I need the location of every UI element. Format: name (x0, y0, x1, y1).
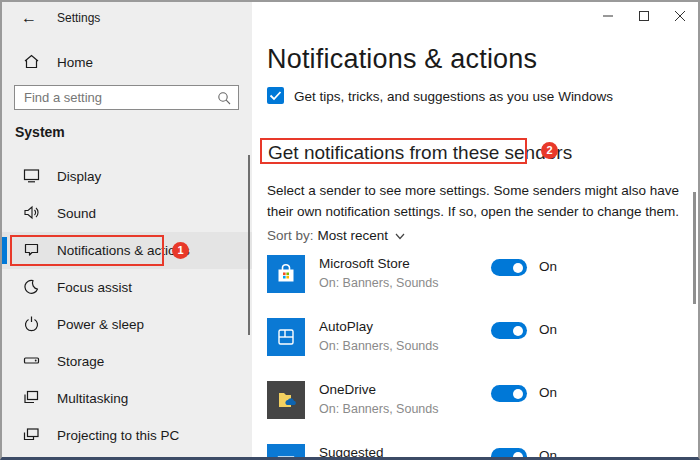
maximize-button[interactable] (626, 2, 662, 30)
senders-description-line2: their own notification settings. If so, … (267, 201, 679, 222)
titlebar: ← Settings (2, 2, 252, 34)
focus-assist-icon (23, 278, 40, 295)
main-scrollbar[interactable] (693, 192, 696, 304)
main-content: Notifications & actions Get tips, tricks… (252, 2, 698, 457)
search-icon[interactable] (217, 91, 231, 105)
sender-toggle[interactable] (491, 385, 527, 402)
onedrive-icon (267, 381, 305, 419)
sender-status: On: Banners, Sounds (319, 339, 439, 353)
toggle-knob (513, 389, 523, 399)
window-title: Settings (57, 11, 100, 25)
multitasking-icon (23, 389, 40, 406)
sender-row-autoplay[interactable]: AutoPlay On: Banners, Sounds On (267, 318, 687, 374)
power-icon (23, 315, 40, 332)
search-box (14, 85, 239, 110)
sender-status: On: Banners, Sounds (319, 402, 439, 416)
sender-toggle[interactable] (491, 259, 527, 276)
sidebar-item-label: Display (57, 169, 101, 184)
sender-name: OneDrive (319, 382, 376, 397)
display-icon (23, 167, 40, 184)
sidebar-scrollbar[interactable] (248, 155, 250, 335)
annotation-box-step2 (260, 138, 527, 164)
toggle-state-label: On (539, 259, 557, 274)
minimize-button[interactable] (590, 2, 626, 30)
annotation-badge-step1: 1 (172, 242, 189, 259)
search-input[interactable] (15, 86, 205, 109)
toggle-state-label: On (539, 322, 557, 337)
sender-status: On: Banners, Sounds (319, 276, 439, 290)
sidebar-item-sound[interactable]: Sound (2, 195, 252, 232)
autoplay-icon (267, 318, 305, 356)
annotation-badge-step2: 2 (541, 142, 558, 159)
sidebar-item-focus-assist[interactable]: Focus assist (2, 269, 252, 306)
sidebar-item-storage[interactable]: Storage (2, 343, 252, 380)
sidebar-section-system: System (15, 124, 65, 140)
sender-row-onedrive[interactable]: OneDrive On: Banners, Sounds On (267, 381, 687, 437)
sidebar-item-projecting[interactable]: Projecting to this PC (2, 417, 252, 454)
sort-by-dropdown[interactable]: Sort by:Most recent (267, 228, 405, 243)
home-icon (23, 53, 40, 70)
microsoft-store-icon (267, 255, 305, 293)
projecting-icon (23, 426, 40, 443)
sidebar-item-label: Storage (57, 354, 104, 369)
sort-by-value: Most recent (318, 228, 389, 243)
sidebar: ← Settings Home System Display (2, 2, 252, 457)
sender-toggle[interactable] (491, 322, 527, 339)
sound-icon (23, 204, 40, 221)
sender-toggle[interactable] (491, 448, 527, 460)
sender-name: AutoPlay (319, 319, 373, 334)
toggle-knob (513, 326, 523, 336)
sidebar-item-label: Focus assist (57, 280, 132, 295)
suggested-icon (267, 444, 305, 460)
sidebar-item-label: Multitasking (57, 391, 128, 406)
selected-accent-bar (2, 237, 7, 264)
window-controls (590, 2, 698, 30)
senders-description: Select a sender to see more settings. So… (267, 180, 679, 222)
sidebar-item-label: Power & sleep (57, 317, 144, 332)
toggle-knob (513, 452, 523, 460)
sort-by-label: Sort by: (267, 228, 314, 243)
toggle-knob (513, 263, 523, 273)
tips-checkbox[interactable] (267, 87, 284, 104)
sidebar-item-power-sleep[interactable]: Power & sleep (2, 306, 252, 343)
sidebar-item-display[interactable]: Display (2, 158, 252, 195)
senders-description-line1: Select a sender to see more settings. So… (267, 180, 679, 201)
sidebar-item-label: Sound (57, 206, 96, 221)
sidebar-item-label: Home (57, 55, 93, 70)
tips-checkbox-label: Get tips, tricks, and suggestions as you… (294, 89, 613, 104)
sender-name: Microsoft Store (319, 256, 410, 271)
back-arrow-icon[interactable]: ← (18, 7, 40, 29)
sidebar-item-home[interactable]: Home (2, 49, 252, 86)
toggle-state-label: On (539, 385, 557, 400)
sidebar-item-multitasking[interactable]: Multitasking (2, 380, 252, 417)
sender-row-microsoft-store[interactable]: Microsoft Store On: Banners, Sounds On (267, 255, 687, 311)
sender-row-suggested[interactable]: Suggested On (267, 444, 687, 460)
page-title: Notifications & actions (267, 44, 537, 75)
sidebar-item-label: Projecting to this PC (57, 428, 179, 443)
chevron-down-icon (395, 228, 405, 243)
storage-icon (23, 352, 40, 369)
close-button[interactable] (662, 2, 698, 30)
annotation-box-step1 (10, 235, 164, 266)
sender-name: Suggested (319, 445, 384, 460)
toggle-state-label: On (539, 448, 557, 460)
settings-window: ← Settings Home System Display (0, 0, 700, 460)
